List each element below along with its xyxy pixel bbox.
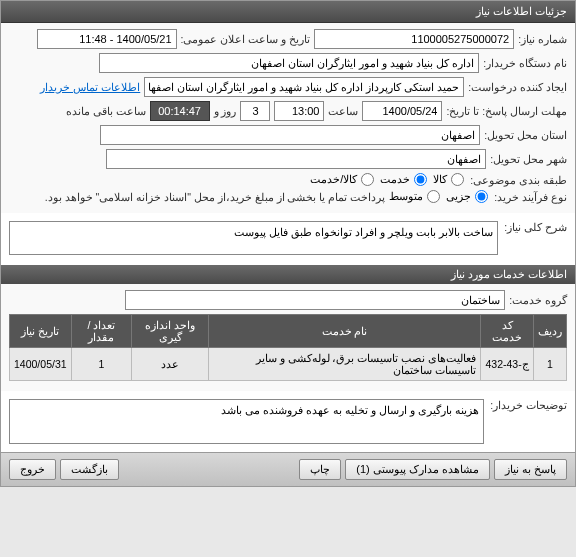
deadline-label: مهلت ارسال پاسخ: تا تاریخ: (446, 105, 567, 117)
buyer-label: نام دستگاه خریدار: (483, 57, 567, 69)
th-code: کد خدمت (481, 315, 534, 348)
group-field[interactable] (125, 290, 505, 310)
proc-small-radio[interactable]: جزیی (446, 190, 490, 203)
cat-both-radio[interactable]: کالا/خدمت (310, 173, 376, 186)
reply-button[interactable]: پاسخ به نیاز (494, 459, 567, 480)
print-button[interactable]: چاپ (299, 459, 341, 480)
announce-field[interactable] (37, 29, 177, 49)
need-number-label: شماره نیاز: (518, 33, 567, 45)
contact-link[interactable]: اطلاعات تماس خریدار (40, 81, 140, 93)
buyer-field[interactable] (99, 53, 479, 73)
buyer-notes-textarea[interactable] (9, 399, 484, 444)
city-label: شهر محل تحویل: (490, 153, 567, 165)
th-unit: واحد اندازه گیری (132, 315, 209, 348)
remaining-label: ساعت باقی مانده (66, 105, 146, 117)
th-qty: تعداد / مقدار (71, 315, 132, 348)
th-index: ردیف (534, 315, 567, 348)
day-and-label: روز و (214, 105, 237, 117)
form-area: شماره نیاز: تاریخ و ساعت اعلان عمومی: نا… (1, 23, 575, 213)
payment-note: پرداخت تمام یا بخشی از مبلغ خرید،از محل … (45, 191, 385, 203)
process-label: نوع فرآیند خرید: (494, 191, 567, 203)
footer-toolbar: پاسخ به نیاز مشاهده مدارک پیوستی (1) چاپ… (1, 452, 575, 486)
deadline-hour-field[interactable] (274, 101, 324, 121)
province-field[interactable] (100, 125, 480, 145)
buyer-notes-label: توضیحات خریدار: (490, 395, 567, 411)
cat-goods-radio[interactable]: کالا (433, 173, 466, 186)
desc-label: شرح کلی نیاز: (504, 217, 567, 233)
requester-label: ایجاد کننده درخواست: (468, 81, 567, 93)
cat-service-radio[interactable]: خدمت (380, 173, 429, 186)
deadline-date-field[interactable] (362, 101, 442, 121)
services-section-header: اطلاعات خدمات مورد نیاز (1, 265, 575, 284)
countdown-field (150, 101, 210, 121)
announce-label: تاریخ و ساعت اعلان عمومی: (181, 33, 311, 45)
requester-field[interactable] (144, 77, 464, 97)
th-date: تاریخ نیاز (10, 315, 72, 348)
need-number-field[interactable] (314, 29, 514, 49)
window-title: جزئیات اطلاعات نیاز (476, 5, 567, 17)
window-title-bar: جزئیات اطلاعات نیاز (1, 1, 575, 23)
table-row[interactable]: 1 ج-43-432 فعالیت‌های نصب تاسیسات برق، ل… (10, 348, 567, 381)
desc-textarea[interactable] (9, 221, 498, 255)
back-button[interactable]: بازگشت (60, 459, 119, 480)
main-window: جزئیات اطلاعات نیاز شماره نیاز: تاریخ و … (0, 0, 576, 487)
province-label: استان محل تحویل: (484, 129, 567, 141)
group-label: گروه خدمت: (509, 294, 567, 306)
days-field[interactable] (240, 101, 270, 121)
city-field[interactable] (106, 149, 486, 169)
services-table: ردیف کد خدمت نام خدمت واحد اندازه گیری ت… (9, 314, 567, 381)
proc-medium-radio[interactable]: متوسط (389, 190, 442, 203)
exit-button[interactable]: خروج (9, 459, 56, 480)
hour-label: ساعت (328, 105, 358, 117)
th-name: نام خدمت (208, 315, 480, 348)
attachments-button[interactable]: مشاهده مدارک پیوستی (1) (345, 459, 490, 480)
category-label: طبقه بندی موضوعی: (470, 174, 567, 186)
